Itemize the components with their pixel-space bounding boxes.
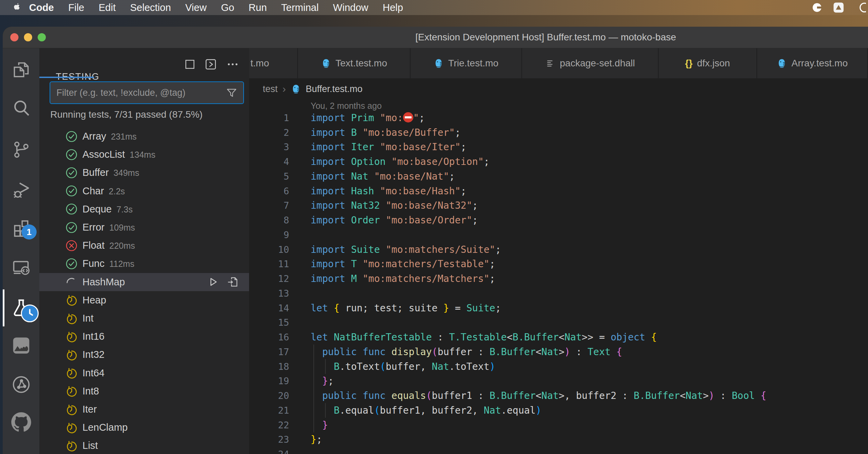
line-number[interactable]: 21 <box>249 403 289 418</box>
run-test-icon[interactable] <box>207 276 219 288</box>
line-number[interactable]: 4 <box>249 154 289 169</box>
activity-debug-icon[interactable] <box>3 174 39 207</box>
line-number[interactable]: 10 <box>249 242 289 257</box>
activity-graph-icon[interactable] <box>3 368 39 401</box>
test-row-iter[interactable]: Iter <box>39 400 249 418</box>
code-line-17[interactable]: 17 public func display(buffer : B.Buffer… <box>249 345 868 359</box>
line-number[interactable]: 15 <box>249 315 289 330</box>
code-line-10[interactable]: 10import Suite "mo:matchers/Suite"; <box>249 242 868 257</box>
apple-icon[interactable] <box>12 2 22 13</box>
activity-extensions-icon[interactable]: 1 <box>3 211 39 244</box>
test-row-func[interactable]: Func112ms <box>39 255 249 273</box>
ellipsis-icon[interactable] <box>226 57 239 71</box>
code-line-15[interactable]: 15 <box>249 315 868 330</box>
tab-trie-test-mo[interactable]: Trie.test.mo <box>411 48 522 78</box>
test-row-array[interactable]: Array231ms <box>39 127 249 145</box>
code-line-19[interactable]: 19 }; <box>249 374 868 388</box>
zoom-button[interactable] <box>38 33 46 41</box>
code-line-1[interactable]: 1import Prim "mo:"; <box>249 111 868 125</box>
code-line-9[interactable]: 9 <box>249 228 868 242</box>
line-number[interactable]: 24 <box>249 447 289 454</box>
test-row-int[interactable]: Int <box>39 309 249 327</box>
title-bar[interactable]: [Extension Development Host] Buffer.test… <box>3 27 868 48</box>
line-number[interactable]: 20 <box>249 388 289 403</box>
code-line-11[interactable]: 11import T "mo:matchers/Testable"; <box>249 257 868 271</box>
test-row-float[interactable]: Float220ms <box>39 236 249 255</box>
line-number[interactable]: 16 <box>249 330 289 345</box>
code-line-3[interactable]: 3import Iter "mo:base/Iter"; <box>249 140 868 154</box>
test-row-list[interactable]: List <box>39 437 249 454</box>
activity-scm-icon[interactable] <box>3 133 39 166</box>
code-line-2[interactable]: 2import B "mo:base/Buffer"; <box>249 125 868 140</box>
activity-explorer-icon[interactable] <box>3 53 39 86</box>
tab-array-test-mo[interactable]: Array.test.mo <box>757 48 868 78</box>
code-editor[interactable]: You, 2 months ago 1import Prim "mo:";2im… <box>249 100 868 454</box>
menu-item-window[interactable]: Window <box>326 2 375 13</box>
code-line-18[interactable]: 18 B.toText(buffer, Nat.toText) <box>249 359 868 374</box>
activity-github-icon[interactable] <box>3 406 39 439</box>
test-row-lenclamp[interactable]: LenClamp <box>39 418 249 437</box>
line-number[interactable]: 3 <box>249 140 289 154</box>
run-box-icon[interactable] <box>204 57 218 71</box>
line-number[interactable]: 17 <box>249 345 289 359</box>
minimize-button[interactable] <box>24 33 32 41</box>
code-line-14[interactable]: 14let { run; test; suite } = Suite; <box>249 301 868 315</box>
goto-test-icon[interactable] <box>226 276 239 288</box>
line-number[interactable]: 6 <box>249 184 289 198</box>
drive-icon[interactable] <box>832 1 845 14</box>
menu-item-edit[interactable]: Edit <box>91 2 123 13</box>
activity-camel-icon[interactable] <box>3 329 39 362</box>
code-line-8[interactable]: 8import Order "mo:base/Order"; <box>249 213 868 228</box>
half-disc-icon[interactable] <box>811 2 823 13</box>
activity-remote-icon[interactable] <box>3 250 39 283</box>
code-line-20[interactable]: 20 public func equals(buffer1 : B.Buffer… <box>249 388 868 403</box>
test-row-buffer[interactable]: Buffer349ms <box>39 164 249 182</box>
code-line-5[interactable]: 5import Nat "mo:base/Nat"; <box>249 169 868 184</box>
code-line-21[interactable]: 21 B.equal(buffer1, buffer2, Nat.equal) <box>249 403 868 418</box>
test-filter-input[interactable] <box>50 88 225 98</box>
line-number[interactable]: 13 <box>249 286 289 301</box>
code-line-7[interactable]: 7import Nat32 "mo:base/Nat32"; <box>249 198 868 213</box>
test-row-error[interactable]: Error109ms <box>39 218 249 236</box>
tab-package-set-dhall[interactable]: package-set.dhall <box>522 48 659 78</box>
test-row-heap[interactable]: Heap <box>39 291 249 309</box>
tab-text-test-mo[interactable]: Text.test.mo <box>298 48 411 78</box>
test-row-int32[interactable]: Int32 <box>39 346 249 364</box>
menu-item-file[interactable]: File <box>61 2 92 13</box>
test-row-int16[interactable]: Int16 <box>39 327 249 346</box>
activity-testing-icon[interactable] <box>3 291 39 324</box>
menu-item-terminal[interactable]: Terminal <box>274 2 326 13</box>
code-line-6[interactable]: 6import Hash "mo:base/Hash"; <box>249 184 868 198</box>
test-row-int8[interactable]: Int8 <box>39 382 249 400</box>
menu-item-help[interactable]: Help <box>376 2 411 13</box>
filter-funnel-icon[interactable] <box>225 87 238 99</box>
test-row-char[interactable]: Char2.2s <box>39 182 249 200</box>
tab-t-mo[interactable]: t.mo <box>249 48 298 78</box>
menu-item-selection[interactable]: Selection <box>123 2 178 13</box>
line-number[interactable]: 18 <box>249 359 289 374</box>
partial-circle-icon[interactable] <box>854 2 866 13</box>
activity-search-icon[interactable] <box>3 92 39 125</box>
line-number[interactable]: 11 <box>249 257 289 271</box>
code-line-4[interactable]: 4import Option "mo:base/Option"; <box>249 154 868 169</box>
square-icon[interactable] <box>183 57 197 71</box>
line-number[interactable]: 19 <box>249 374 289 388</box>
line-number[interactable]: 12 <box>249 271 289 286</box>
code-line-16[interactable]: 16let NatBufferTestable : T.Testable<B.B… <box>249 330 868 345</box>
line-number[interactable]: 7 <box>249 198 289 213</box>
code-line-23[interactable]: 23}; <box>249 432 868 447</box>
menu-item-run[interactable]: Run <box>242 2 274 13</box>
menu-item-go[interactable]: Go <box>214 2 242 13</box>
code-line-12[interactable]: 12import M "mo:matchers/Matchers"; <box>249 271 868 286</box>
line-number[interactable]: 1 <box>249 111 289 125</box>
code-line-22[interactable]: 22 } <box>249 418 868 432</box>
test-row-int64[interactable]: Int64 <box>39 364 249 382</box>
close-button[interactable] <box>10 33 18 41</box>
line-number[interactable]: 8 <box>249 213 289 228</box>
line-number[interactable]: 9 <box>249 228 289 242</box>
activity-partial-icon[interactable] <box>3 445 39 454</box>
line-number[interactable]: 5 <box>249 169 289 184</box>
menu-item-view[interactable]: View <box>178 2 214 13</box>
line-number[interactable]: 14 <box>249 301 289 315</box>
tab-dfx-json[interactable]: {}dfx.json <box>659 48 757 78</box>
